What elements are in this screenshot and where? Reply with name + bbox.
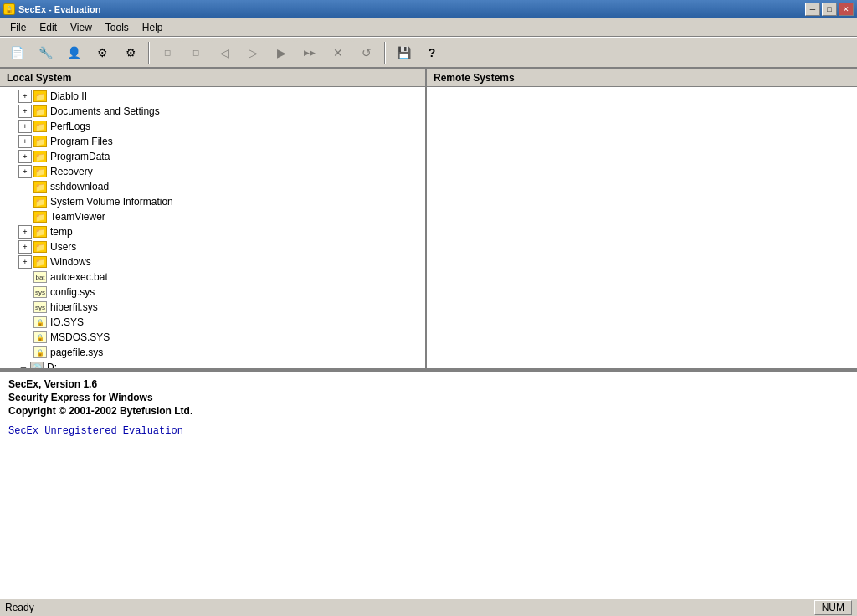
toolbar-save[interactable]: 💾 <box>390 40 417 65</box>
folder-icon-progfiles: 📁 <box>33 136 47 147</box>
tree-item-config[interactable]: sys config.sys <box>2 285 423 300</box>
app-icon: 🔒 <box>3 3 15 15</box>
toolbar-refresh: ↺ <box>353 40 380 65</box>
status-line1: SecEx, Version 1.6 <box>8 378 849 390</box>
tree-item-sshdownload[interactable]: 📁 sshdownload <box>2 179 423 194</box>
tree-item-windows[interactable]: + 📁 Windows <box>2 254 423 270</box>
local-panel-content[interactable]: + 📁 Diablo II + 📁 Documents and Settings… <box>0 87 425 368</box>
tree-item-perflogs[interactable]: + 📁 PerfLogs <box>2 119 423 134</box>
tree-item-msdos[interactable]: 🔒 MSDOS.SYS <box>2 330 423 345</box>
label-sshdownload: sshdownload <box>50 181 109 192</box>
file-icon-pagefile: 🔒 <box>33 346 47 358</box>
toolbar-forward: ▶ <box>268 40 295 65</box>
statusbar: Ready NUM <box>0 598 857 600</box>
toolbar-gear1[interactable]: ⚙ <box>89 40 115 65</box>
expander-progfiles[interactable]: + <box>18 135 32 148</box>
menu-tools[interactable]: Tools <box>99 20 136 35</box>
menubar: File Edit View Tools Help <box>0 18 857 37</box>
expander-config <box>18 285 32 299</box>
expander-pagefile <box>18 346 32 359</box>
expander-temp[interactable]: + <box>18 225 32 239</box>
tree-item-users[interactable]: + 📁 Users <box>2 239 423 254</box>
status-monospace: SecEx Unregistered Evaluation <box>8 425 849 437</box>
minimize-button[interactable]: ─ <box>805 3 820 16</box>
toolbar-left: ◁ <box>211 40 238 65</box>
expander-hiberfil <box>18 300 32 314</box>
expander-diablo[interactable]: + <box>18 90 32 103</box>
main-area: Local System + 📁 Diablo II + 📁 Documents… <box>0 69 857 370</box>
label-msdos: MSDOS.SYS <box>50 331 110 343</box>
expander-progdata[interactable]: + <box>18 150 32 163</box>
toolbar-gear2[interactable]: ⚙ <box>117 40 144 65</box>
tree-item-diablo[interactable]: + 📁 Diablo II <box>2 89 423 104</box>
expander-msdos <box>18 331 32 344</box>
tree-item-iosys[interactable]: 🔒 IO.SYS <box>2 315 423 330</box>
restore-button[interactable]: □ <box>822 3 837 16</box>
folder-icon-perflogs: 📁 <box>33 121 47 132</box>
toolbar-wrench[interactable]: 🔧 <box>32 40 59 65</box>
file-icon-autoexec: bat <box>33 271 47 283</box>
drive-icon-d: 💿 <box>30 362 44 368</box>
tree-item-autoexec[interactable]: bat autoexec.bat <box>2 270 423 285</box>
label-recovery: Recovery <box>50 166 93 177</box>
expander-sshdownload <box>18 180 32 193</box>
remote-panel-header: Remote Systems <box>427 69 857 87</box>
folder-icon-diablo: 📁 <box>33 90 47 102</box>
folder-icon-teamviewer: 📁 <box>33 211 47 223</box>
folder-icon-sshdownload: 📁 <box>33 181 47 192</box>
titlebar-controls: ─ □ ✕ <box>805 3 854 16</box>
menu-file[interactable]: File <box>3 20 33 35</box>
toolbar-new[interactable]: 📄 <box>3 40 30 65</box>
file-icon-iosys: 🔒 <box>33 316 47 328</box>
label-pagefile: pagefile.sys <box>50 346 103 358</box>
menu-edit[interactable]: Edit <box>33 20 64 35</box>
label-sysvolinfo: System Volume Information <box>50 196 173 208</box>
folder-icon-windows: 📁 <box>33 256 47 268</box>
local-panel: Local System + 📁 Diablo II + 📁 Documents… <box>0 69 427 368</box>
label-docs: Documents and Settings <box>50 105 160 117</box>
close-button[interactable]: ✕ <box>839 3 854 16</box>
titlebar-left: 🔒 SecEx - Evaluation <box>3 3 100 15</box>
tree-item-progfiles[interactable]: + 📁 Program Files <box>2 134 423 149</box>
label-iosys: IO.SYS <box>50 316 84 328</box>
folder-icon-recovery: 📁 <box>33 166 47 177</box>
expander-drive-d[interactable]: ─ <box>18 361 28 368</box>
window-title: SecEx - Evaluation <box>18 4 100 14</box>
tree-item-sysvolinfo[interactable]: 📁 System Volume Information <box>2 194 423 209</box>
expander-sysvolinfo <box>18 195 32 208</box>
tree-item-pagefile[interactable]: 🔒 pagefile.sys <box>2 345 423 360</box>
tree-item-drive-d[interactable]: ─ 💿 D: <box>2 360 423 368</box>
menu-help[interactable]: Help <box>136 20 170 35</box>
expander-perflogs[interactable]: + <box>18 120 32 133</box>
tree-item-temp[interactable]: + 📁 temp <box>2 224 423 239</box>
remote-panel-content[interactable] <box>427 87 857 368</box>
folder-icon-users: 📁 <box>33 241 47 253</box>
expander-users[interactable]: + <box>18 240 32 254</box>
tree-item-progdata[interactable]: + 📁 ProgramData <box>2 149 423 164</box>
local-tree: + 📁 Diablo II + 📁 Documents and Settings… <box>2 89 423 368</box>
label-drive-d: D: <box>47 362 57 368</box>
local-panel-header: Local System <box>0 69 425 87</box>
expander-recovery[interactable]: + <box>18 165 32 178</box>
toolbar-user[interactable]: 👤 <box>60 40 87 65</box>
toolbar-help[interactable]: ? <box>418 40 445 65</box>
label-windows: Windows <box>50 256 91 268</box>
toolbar-stop: ✕ <box>325 40 352 65</box>
label-autoexec: autoexec.bat <box>50 271 108 283</box>
toolbar-fastforward: ▶▶ <box>296 40 323 65</box>
expander-windows[interactable]: + <box>18 255 32 269</box>
toolbar-right: ▷ <box>239 40 266 65</box>
expander-docs[interactable]: + <box>18 105 32 118</box>
tree-item-recovery[interactable]: + 📁 Recovery <box>2 164 423 179</box>
tree-item-docs[interactable]: + 📁 Documents and Settings <box>2 104 423 119</box>
file-icon-hiberfil: sys <box>33 301 47 313</box>
toolbar-sep1 <box>148 42 150 64</box>
label-users: Users <box>50 241 76 253</box>
expander-iosys <box>18 316 32 329</box>
label-config: config.sys <box>50 286 95 298</box>
label-perflogs: PerfLogs <box>50 121 90 132</box>
tree-item-teamviewer[interactable]: 📁 TeamViewer <box>2 209 423 224</box>
menu-view[interactable]: View <box>64 20 99 35</box>
folder-icon-sysvolinfo: 📁 <box>33 196 47 208</box>
tree-item-hiberfil[interactable]: sys hiberfil.sys <box>2 300 423 315</box>
